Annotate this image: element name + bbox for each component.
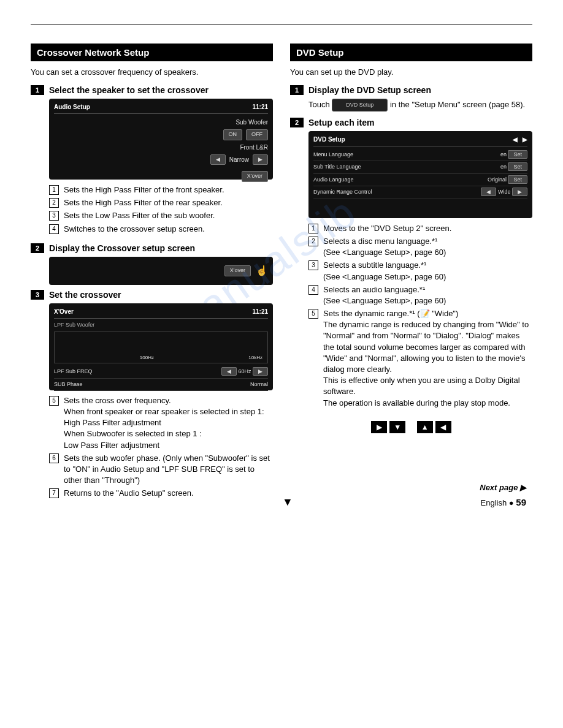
step-3-left: 3 Set the crossover X'Over11:21 LPF Sub … xyxy=(31,290,273,499)
step-title-r2: Setup each item xyxy=(308,118,374,127)
page-footer: Next page ▶ English ● 59 xyxy=(480,483,526,507)
hand-pointer-icon: ☝ xyxy=(256,264,268,278)
lang-label: English xyxy=(481,498,507,507)
callout-num: 7 xyxy=(49,488,59,498)
callout-num: 2 xyxy=(49,198,59,208)
callouts-step1: 1Sets the High Pass Filter of the front … xyxy=(49,184,273,235)
step-1-right: 1 Display the DVD Setup screen Touch DVD… xyxy=(290,85,532,112)
arrow-right-icon: ▶ xyxy=(512,188,527,196)
step-num-r2: 2 xyxy=(290,118,304,127)
callout-text: Switches to the crossover setup screen. xyxy=(64,224,273,235)
dvd-row-label: Menu Language xyxy=(313,151,353,159)
callout-num: 4 xyxy=(308,285,318,295)
ss-xover-time: 11:21 xyxy=(252,307,268,316)
page-number: English ● 59 xyxy=(480,497,526,507)
section-header-crossover: Crossover Network Setup xyxy=(31,44,273,61)
callouts-step3: 5Sets the cross over frequency. When fro… xyxy=(49,395,273,499)
dvd-row-val: en xyxy=(500,164,507,170)
ss-front-label: Front L&R xyxy=(240,143,268,152)
callout-num: 5 xyxy=(49,396,59,406)
ss-narrow-btn2: ▶ xyxy=(253,154,268,165)
dvd-intro: You can set up the DVD play. xyxy=(290,67,532,77)
callouts-dvd: 1Moves to the "DVD Setup 2" screen. 2Sel… xyxy=(308,223,532,409)
ss-xover-touch: X'over xyxy=(224,265,251,276)
callout-text: Sets the High Pass Filter of the front s… xyxy=(64,184,273,195)
step-title-1: Select the speaker to set the crossover xyxy=(49,85,209,95)
dvd-row-val: Wide xyxy=(498,189,511,195)
nav-up-icon: ▲ xyxy=(417,421,433,433)
callout-text: Moves to the "DVD Setup 2" screen. xyxy=(323,223,532,234)
dvd-row-val: en xyxy=(500,151,507,157)
touch-instruction: Touch DVD Setup in the "Setup Menu" scre… xyxy=(308,99,532,112)
screenshot-audio-setup: Audio Setup11:21 Sub Woofer ONOFF Front … xyxy=(49,99,273,180)
screenshot-dvd-setup: DVD Setup◀ ▶ Menu Languageen Set Sub Tit… xyxy=(308,131,532,218)
step-2-right: 2 Setup each item DVD Setup◀ ▶ Menu Lang… xyxy=(290,118,532,433)
nav-arrows: ◀ ▶ xyxy=(513,135,527,144)
callout-num: 5 xyxy=(308,309,318,319)
step-1-left: 1 Select the speaker to set the crossove… xyxy=(31,85,273,235)
screenshot-xover-bar: X'over ☝ xyxy=(49,257,273,285)
top-rule xyxy=(31,25,532,25)
content-columns: Crossover Network Setup You can set a cr… xyxy=(31,44,532,507)
callout-text: Sets the High Pass Filter of the rear sp… xyxy=(64,197,273,208)
left-column: Crossover Network Setup You can set a cr… xyxy=(31,44,273,507)
step-title-3: Set the crossover xyxy=(49,290,121,300)
callout-num: 4 xyxy=(49,224,59,234)
ss-lpf-label: LPF Sub Woofer xyxy=(54,321,268,330)
dvd-row-label: Audio Language xyxy=(313,176,354,184)
dvd-setup-button-graphic: DVD Setup xyxy=(332,99,388,111)
callout-text: Returns to the "Audio Setup" screen. xyxy=(64,488,273,499)
step-title-2: Display the Crossover setup screen xyxy=(49,243,195,253)
next-page-label: Next page ▶ xyxy=(480,483,526,492)
arrow-right-icon: ▶ xyxy=(253,367,268,376)
ss-narrow-btn: ◀ xyxy=(210,154,226,165)
step-num-3: 3 xyxy=(31,290,44,300)
step-num-1: 1 xyxy=(31,85,44,95)
ss-subwoofer-label: Sub Woofer xyxy=(236,118,268,127)
ss-time: 11:21 xyxy=(252,102,268,112)
callout-text: Sets the Low Pass Filter of the sub woof… xyxy=(64,210,273,221)
callout-num: 2 xyxy=(308,237,318,246)
step-title-r1: Display the DVD Setup screen xyxy=(308,85,431,95)
arrow-left-icon: ◀ xyxy=(221,367,237,376)
ss-row2-label: SUB Phase xyxy=(54,381,83,389)
callout-num: 3 xyxy=(49,211,59,221)
touch-post: in the "Setup Menu" screen (page 58). xyxy=(390,100,525,109)
ss-on-btn: ON xyxy=(223,129,243,140)
ss-row1-label: LPF Sub FREQ xyxy=(54,368,93,376)
callout-num: 6 xyxy=(49,453,59,463)
ss-dvd-title: DVD Setup xyxy=(313,135,345,144)
dvd-row-label: Dynamic Range Control xyxy=(313,188,372,197)
callout-text: Selects a disc menu language.*¹ (See <La… xyxy=(323,236,532,258)
step-num-r1: 1 xyxy=(290,85,304,95)
continuation-arrow-icon: ▼ xyxy=(282,496,293,509)
dvd-row-val: Original xyxy=(488,176,507,183)
step-num-2: 2 xyxy=(31,243,44,253)
nav-right-icon: ▶ xyxy=(371,421,387,433)
callout-num: 1 xyxy=(308,224,318,233)
callout-text: Selects an audio language.*¹ (See <Langu… xyxy=(323,284,532,306)
callout-text: Sets the dynamic range.*¹ (📝 "Wide") The… xyxy=(323,308,532,409)
callout-text: Sets the sub woofer phase. (Only when "S… xyxy=(64,453,273,487)
nav-direction-icons: ▶▼ ▲◀ xyxy=(290,421,532,433)
callout-text: Selects a subtitle language.*¹ (See <Lan… xyxy=(323,260,532,282)
ss-narrow-val: Narrow xyxy=(229,155,249,164)
ss-xover-btn: X'over xyxy=(242,171,268,182)
dvd-row-label: Sub Title Language xyxy=(313,163,361,172)
ss-title-text: Audio Setup xyxy=(54,102,90,112)
ss-row2-val: Normal xyxy=(250,381,268,389)
callout-num: 1 xyxy=(49,185,59,195)
callout-text: Sets the cross over frequency. When fron… xyxy=(64,395,273,451)
ss-off-btn: OFF xyxy=(246,129,268,140)
set-btn: Set xyxy=(508,150,527,159)
section-header-dvd: DVD Setup xyxy=(290,44,532,61)
callout-num: 3 xyxy=(308,260,318,270)
ss-axis-2: 10kHz xyxy=(248,354,262,362)
nav-left-icon: ◀ xyxy=(435,421,451,433)
touch-pre: Touch xyxy=(308,100,332,109)
arrow-left-icon: ◀ xyxy=(481,188,496,196)
page-num: 59 xyxy=(516,497,526,507)
crossover-intro: You can set a crossover frequency of spe… xyxy=(31,67,273,77)
set-btn: Set xyxy=(508,162,527,171)
ss-row1-val: 60Hz xyxy=(238,368,251,374)
